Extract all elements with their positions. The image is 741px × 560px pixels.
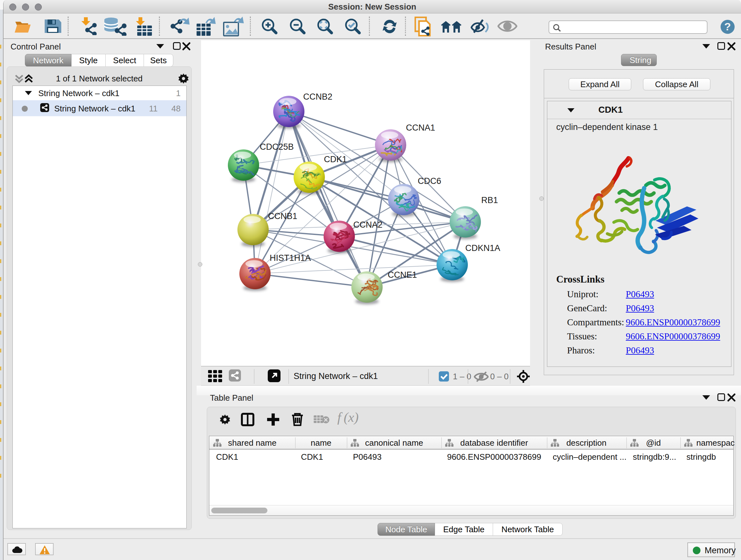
svg-text:CDKN1A: CDKN1A	[465, 243, 500, 253]
svg-text:RB1: RB1	[481, 195, 498, 205]
svg-text:?: ?	[724, 20, 731, 33]
svg-text:HIST1H1A: HIST1H1A	[270, 253, 311, 263]
svg-text:CDC25B: CDC25B	[260, 142, 294, 152]
svg-text:CDC6: CDC6	[418, 176, 441, 186]
svg-text:CCNB2: CCNB2	[303, 92, 333, 102]
svg-text:CCNB1: CCNB1	[268, 211, 297, 221]
svg-text:CDK1: CDK1	[324, 154, 347, 164]
svg-text:CCNA1: CCNA1	[406, 123, 435, 132]
svg-text:CCNA2: CCNA2	[353, 220, 383, 230]
svg-text:CCNE1: CCNE1	[388, 270, 417, 280]
